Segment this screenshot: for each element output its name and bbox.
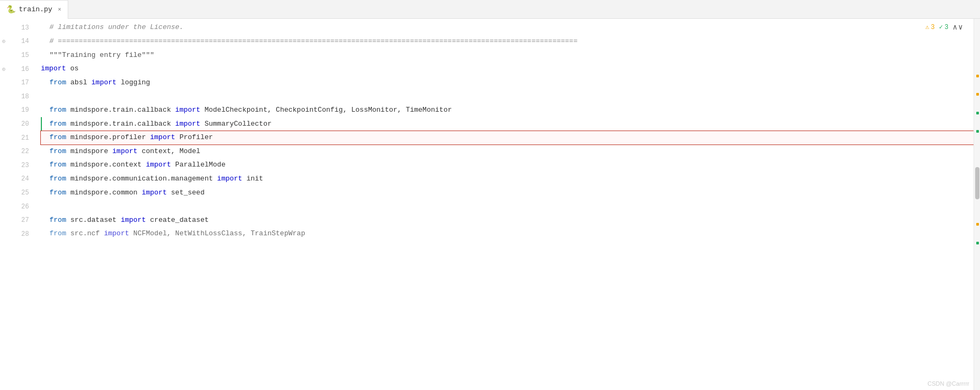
- side-marker-check2: [976, 130, 979, 133]
- code-text-23: from mindspore.context import ParallelMo…: [41, 160, 226, 171]
- code-text-27: from src.dataset import create_dataset: [41, 215, 209, 226]
- tab-close-button[interactable]: ×: [57, 6, 61, 13]
- code-text-20: from mindspore.train.callback import Sum…: [42, 119, 272, 130]
- code-text-21: from mindspore.profiler import Profiler: [41, 132, 213, 143]
- side-marker-check3: [976, 242, 979, 244]
- scrollbar-right[interactable]: [974, 19, 980, 390]
- code-text-16: import os: [41, 63, 78, 75]
- gutter-16: ⊙ 16: [0, 62, 32, 76]
- scrollbar-thumb[interactable]: [975, 167, 979, 199]
- side-marker-warning2: [976, 93, 979, 96]
- gutter-13: 13: [0, 21, 32, 35]
- code-line-14: # ======================================…: [41, 35, 974, 49]
- gutter-20: 20: [0, 117, 32, 131]
- side-marker-warning3: [976, 223, 979, 226]
- tab-filename: train.py: [19, 5, 52, 13]
- gutter-26: 26: [0, 200, 32, 214]
- code-text-24: from mindspore.communication.management …: [41, 174, 263, 185]
- fold-icon-16[interactable]: ⊙: [2, 66, 5, 73]
- gutter-25: 25: [0, 186, 32, 200]
- code-line-20: from mindspore.train.callback import Sum…: [41, 117, 974, 131]
- code-line-27: from src.dataset import create_dataset: [41, 213, 974, 227]
- gutter-23: 23: [0, 158, 32, 172]
- code-content: ⚠ 3 ✓ 3 ∧ ∨ # limitations under the Lice…: [32, 19, 974, 390]
- code-text-22: from mindspore import context, Model: [41, 146, 200, 157]
- code-text-28: from src.ncf import NCFModel, NetWithLos…: [41, 228, 305, 240]
- editor-container: 🐍 train.py × 13 ⊙ 14 15 ⊙ 16 17 18 19 20…: [0, 0, 980, 390]
- code-text-17: from absl import logging: [41, 77, 150, 89]
- file-icon: 🐍: [6, 5, 16, 14]
- code-line-26: [41, 200, 974, 214]
- gutter-27: 27: [0, 213, 32, 227]
- code-line-19: from mindspore.train.callback import Mod…: [41, 104, 974, 118]
- gutter-15: 15: [0, 48, 32, 62]
- code-area: 13 ⊙ 14 15 ⊙ 16 17 18 19 20 21 22 23 24 …: [0, 19, 980, 390]
- side-marker-check: [976, 112, 979, 114]
- gutter-14: ⊙ 14: [0, 35, 32, 49]
- code-line-18: [41, 90, 974, 104]
- code-line-25: from mindspore.common import set_seed: [41, 186, 974, 200]
- tab-bar: 🐍 train.py ×: [0, 0, 980, 19]
- gutter-17: 17: [0, 76, 32, 90]
- fold-icon-14[interactable]: ⊙: [2, 38, 5, 45]
- code-line-17: from absl import logging: [41, 76, 974, 90]
- code-text-13: # limitations under the License.: [41, 22, 184, 33]
- side-marker-warning: [976, 75, 979, 77]
- gutter-18: 18: [0, 90, 32, 104]
- code-line-23: from mindspore.context import ParallelMo…: [41, 158, 974, 172]
- gutter-24: 24: [0, 172, 32, 186]
- code-line-15: """Training entry file""": [41, 48, 974, 62]
- code-line-28: from src.ncf import NCFModel, NetWithLos…: [41, 227, 974, 241]
- gutter-22: 22: [0, 145, 32, 158]
- code-line-16: import os: [41, 62, 974, 76]
- code-text-15: """Training entry file""": [41, 50, 154, 61]
- code-line-22: from mindspore import context, Model: [41, 145, 974, 158]
- gutter-28: 28: [0, 227, 32, 241]
- line-gutter: 13 ⊙ 14 15 ⊙ 16 17 18 19 20 21 22 23 24 …: [0, 19, 32, 390]
- code-line-13: # limitations under the License.: [41, 21, 974, 35]
- code-line-21: from mindspore.profiler import Profiler: [41, 131, 974, 145]
- watermark: CSDN @Carrrrr: [927, 380, 969, 387]
- gutter-21: 21: [0, 131, 32, 145]
- code-line-24: from mindspore.communication.management …: [41, 172, 974, 186]
- file-tab[interactable]: 🐍 train.py ×: [0, 0, 68, 19]
- gutter-19: 19: [0, 104, 32, 118]
- code-text-19: from mindspore.train.callback import Mod…: [41, 105, 452, 116]
- code-text-14: # ======================================…: [41, 36, 578, 47]
- code-text-25: from mindspore.common import set_seed: [41, 187, 205, 199]
